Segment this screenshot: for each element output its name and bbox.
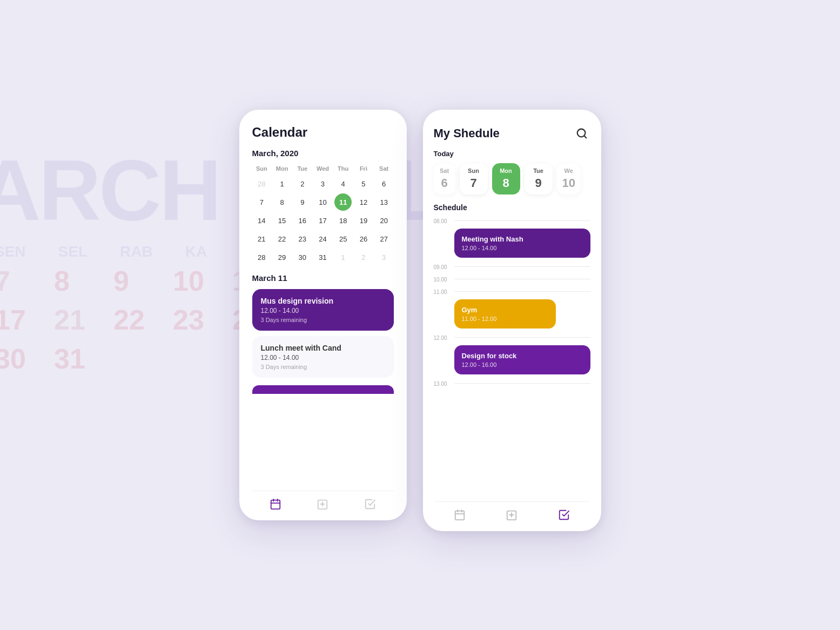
timeline: 08.00 Meeting with Nash 12.00 - 14.00 09…: [434, 216, 590, 501]
event-mus-time: 12.00 - 14.00: [261, 307, 385, 314]
week-day-wed[interactable]: We 10: [557, 163, 581, 195]
tue-num: 9: [535, 176, 541, 190]
cal-cell-6[interactable]: 6: [375, 175, 393, 192]
cal-cell-4[interactable]: 4: [334, 175, 352, 192]
cal-cell-3[interactable]: 3: [314, 175, 331, 192]
timeline-line-08: [454, 220, 590, 221]
time-row-08: 08.00: [434, 216, 590, 224]
cal-cell-29[interactable]: 29: [273, 249, 291, 266]
bg-day-rab: RAB: [120, 243, 153, 260]
cal-cell-1next[interactable]: 1: [334, 249, 352, 266]
event-lunch-title: Lunch meet with Cand: [261, 344, 385, 352]
selected-date-label: March 11: [252, 273, 394, 283]
event-card-lunch[interactable]: Lunch meet with Cand 12.00 - 14.00 3 Day…: [252, 336, 394, 378]
cal-cell-27[interactable]: 27: [375, 230, 393, 247]
cal-cell-3next[interactable]: 3: [375, 249, 393, 266]
cal-cell-13[interactable]: 13: [375, 193, 393, 211]
nav-check-icon[interactable]: [362, 497, 378, 512]
right-nav-plus-icon[interactable]: [504, 507, 519, 522]
time-10: 10.00: [434, 274, 454, 283]
cal-cell-2next[interactable]: 2: [355, 249, 372, 266]
cal-cell-30[interactable]: 30: [294, 249, 311, 266]
gym-time: 11.00 - 12.00: [462, 316, 549, 322]
event-card-mus-design[interactable]: Mus design revision 12.00 - 14.00 3 Days…: [252, 289, 394, 331]
search-button[interactable]: [573, 125, 590, 142]
svg-rect-0: [271, 500, 280, 510]
cal-cell-25[interactable]: 25: [334, 230, 352, 247]
cal-cell-20[interactable]: 20: [375, 212, 393, 229]
cal-cell-9[interactable]: 9: [294, 193, 311, 211]
cal-cell-7[interactable]: 7: [253, 193, 270, 211]
svg-line-8: [584, 136, 586, 138]
schedule-section-label: Schedule: [434, 203, 590, 212]
mon-label: Mon: [500, 167, 512, 174]
right-nav-check-icon[interactable]: [556, 507, 572, 522]
bg-num-21: 21: [54, 304, 92, 336]
phones-container: Calendar March, 2020 Sun Mon Tue Wed Thu…: [239, 99, 601, 531]
event-lunch-time: 12.00 - 14.00: [261, 354, 385, 361]
timeline-line-13: [454, 383, 590, 384]
nav-plus-icon[interactable]: [315, 497, 330, 512]
event-gym[interactable]: Gym 11.00 - 12.00: [454, 299, 556, 329]
timeline-line-12: [454, 337, 590, 338]
calendar-grid: Sun Mon Tue Wed Thu Fri Sat 28 1 2 3 4 5…: [252, 163, 394, 266]
cal-cell-17[interactable]: 17: [314, 212, 331, 229]
cal-cell-14[interactable]: 14: [253, 212, 270, 229]
cal-cell-8[interactable]: 8: [273, 193, 291, 211]
time-08: 08.00: [434, 216, 454, 224]
week-day-sun[interactable]: Sun 7: [460, 163, 488, 195]
cal-cell-31[interactable]: 31: [314, 249, 331, 266]
cal-cell-15[interactable]: 15: [273, 212, 291, 229]
timeline-line-09: [454, 266, 590, 267]
sun-label: Sun: [468, 167, 479, 174]
mon-num: 8: [502, 176, 509, 190]
cal-header-sat: Sat: [374, 163, 394, 174]
week-day-tue[interactable]: Tue 9: [525, 163, 553, 195]
cal-cell-28prev[interactable]: 28: [253, 175, 270, 192]
calendar-title: Calendar: [252, 125, 394, 140]
cal-cell-23[interactable]: 23: [294, 230, 311, 247]
cal-cell-11-today[interactable]: 11: [334, 193, 352, 211]
gym-title: Gym: [462, 306, 549, 314]
calendar-month: March, 2020: [252, 149, 394, 158]
bg-num-8: 8: [54, 265, 92, 297]
bg-num-17: 17: [0, 304, 32, 336]
calendar-phone: Calendar March, 2020 Sun Mon Tue Wed Thu…: [239, 110, 407, 520]
cal-cell-2[interactable]: 2: [294, 175, 311, 192]
schedule-header: My Shedule: [434, 125, 590, 142]
week-day-mon[interactable]: Mon 8: [492, 163, 520, 195]
event-meeting-nash[interactable]: Meeting with Nash 12.00 - 14.00: [454, 229, 590, 258]
event-mus-title: Mus design revision: [261, 297, 385, 305]
bg-day-sen: SEN: [0, 243, 26, 260]
cal-cell-16[interactable]: 16: [294, 212, 311, 229]
cal-cell-19[interactable]: 19: [355, 212, 372, 229]
nav-calendar-icon[interactable]: [268, 497, 283, 512]
sun-num: 7: [470, 176, 476, 190]
left-bottom-nav: [252, 491, 394, 512]
timeline-line-10: [454, 279, 590, 279]
partial-event-card: [252, 385, 394, 394]
cal-cell-22[interactable]: 22: [273, 230, 291, 247]
cal-cell-1[interactable]: 1: [273, 175, 291, 192]
right-bottom-nav: [434, 501, 590, 522]
cal-cell-12[interactable]: 12: [355, 193, 372, 211]
cal-cell-5[interactable]: 5: [355, 175, 372, 192]
cal-cell-28[interactable]: 28: [253, 249, 270, 266]
week-day-sat[interactable]: Sat 6: [434, 163, 455, 195]
event-design-stock[interactable]: Design for stock 12.00 - 16.00: [454, 345, 590, 374]
cal-cell-26[interactable]: 26: [355, 230, 372, 247]
cal-cell-18[interactable]: 18: [334, 212, 352, 229]
right-nav-calendar-icon[interactable]: [452, 507, 467, 522]
cal-header-wed: Wed: [313, 163, 333, 174]
bg-num-7: 7: [0, 265, 32, 297]
cal-cell-21[interactable]: 21: [253, 230, 270, 247]
cal-header-mon: Mon: [272, 163, 292, 174]
time-13: 13.00: [434, 379, 454, 387]
cal-header-sun: Sun: [252, 163, 272, 174]
cal-cell-10[interactable]: 10: [314, 193, 331, 211]
schedule-title: My Shedule: [434, 126, 500, 140]
bg-day-sel: SEL: [58, 243, 88, 260]
time-12: 12.00: [434, 333, 454, 341]
cal-cell-24[interactable]: 24: [314, 230, 331, 247]
meeting-nash-time: 12.00 - 14.00: [462, 245, 583, 251]
